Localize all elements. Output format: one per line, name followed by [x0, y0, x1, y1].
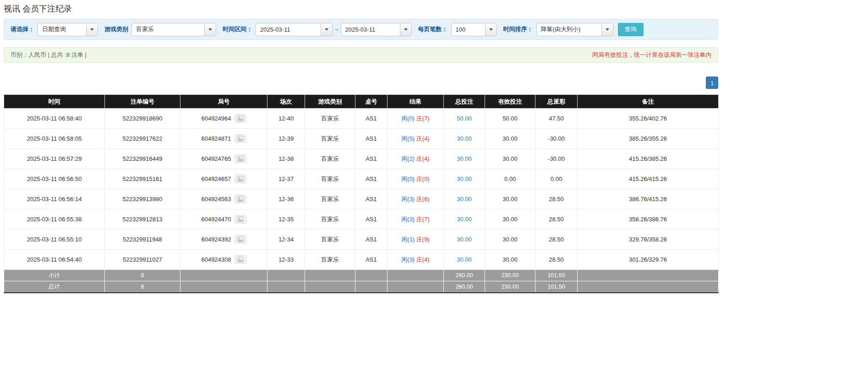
- date-to-combobox[interactable]: 2025-03-11: [341, 23, 412, 36]
- cell-total-bet: 30.00: [444, 189, 485, 209]
- result-banker: 庄(6): [416, 196, 430, 203]
- result-banker: 庄(7): [416, 216, 430, 223]
- pagination: 1: [4, 77, 718, 89]
- round-detail-button[interactable]: [235, 235, 246, 244]
- cell-valid-bet: 30.00: [485, 209, 535, 230]
- round-detail-button[interactable]: [235, 215, 246, 224]
- result-banker: 庄(4): [416, 135, 430, 142]
- total-bet-link[interactable]: 50.00: [457, 115, 472, 122]
- subtotal-empty-cell: [355, 270, 388, 281]
- table-row: 2025-03-11 06:54:40522329911027604924308…: [4, 250, 719, 270]
- cell-valid-bet: 0.00: [485, 169, 535, 189]
- cell-session: 12-38: [267, 149, 305, 169]
- picture-icon: [237, 115, 244, 121]
- total-bet-link[interactable]: 30.00: [457, 175, 472, 182]
- summary-notice: 同局有效投注，统一计算在该局第一张注单内: [592, 51, 711, 59]
- cell-table-no: AS1: [355, 109, 388, 129]
- caret-down-icon: [489, 28, 493, 31]
- search-button[interactable]: 查询: [618, 23, 644, 36]
- pagination-page-1[interactable]: 1: [706, 77, 718, 89]
- cell-game-type: 百家乐: [305, 129, 355, 149]
- chevron-down-icon[interactable]: [601, 23, 613, 36]
- game-type-combobox[interactable]: 百家乐: [131, 23, 216, 36]
- col-header-result: 结果: [388, 95, 444, 109]
- date-from-combobox[interactable]: 2025-03-11: [256, 23, 333, 36]
- cell-result: 闲(3) 庄(4): [388, 250, 444, 270]
- total-empty-cell: [180, 281, 267, 293]
- cell-result: 闲(3) 庄(6): [388, 189, 444, 209]
- result-player: 闲(0): [401, 115, 415, 122]
- table-header: 时间 注单编号 局号 场次 游戏类别 桌号 结果 总投注 有效投注 总派彩 备注: [4, 95, 719, 109]
- round-detail-button[interactable]: [235, 175, 246, 183]
- cell-session: 12-36: [267, 189, 305, 209]
- caret-down-icon: [208, 28, 212, 31]
- chevron-down-icon[interactable]: [204, 23, 216, 36]
- total-bet-link[interactable]: 30.00: [457, 236, 472, 243]
- cell-session: 12-39: [267, 129, 305, 149]
- col-header-payout: 总派彩: [535, 95, 578, 109]
- query-type-value: 日期查询: [38, 23, 86, 36]
- cell-result: 闲(0) 庄(0): [388, 169, 444, 189]
- result-banker: 庄(7): [416, 115, 430, 122]
- sort-order-combobox[interactable]: 降冪(由大到小): [536, 23, 613, 36]
- chevron-down-icon[interactable]: [400, 23, 411, 36]
- page-title: 视讯 会员下注纪录: [4, 3, 718, 14]
- sort-order-value: 降冪(由大到小): [537, 23, 601, 36]
- result-player: 闲(3): [401, 196, 415, 203]
- round-detail-button[interactable]: [235, 134, 246, 143]
- total-bet-link[interactable]: 30.00: [457, 196, 472, 203]
- col-header-round: 局号: [180, 95, 267, 109]
- result-player: 闲(2): [401, 155, 415, 162]
- chevron-down-icon[interactable]: [321, 23, 332, 36]
- cell-valid-bet: 30.00: [485, 189, 535, 209]
- cell-time: 2025-03-11 06:56:50: [4, 169, 105, 189]
- round-number: 604924871: [201, 135, 231, 142]
- cell-total-bet: 30.00: [444, 209, 485, 230]
- result-player: 闲(5): [401, 135, 415, 142]
- cell-game-type: 百家乐: [305, 250, 355, 270]
- cell-payout: 28.50: [535, 250, 578, 270]
- cell-round: 604924657: [180, 169, 267, 189]
- total-bet-link[interactable]: 30.00: [457, 155, 472, 162]
- table-row: 2025-03-11 06:56:50522329915161604924657…: [4, 169, 719, 189]
- cell-remark: 415.26/415.26: [578, 169, 719, 189]
- subtotal-empty-cell: [267, 270, 305, 281]
- cell-session: 12-35: [267, 209, 305, 230]
- round-detail-button[interactable]: [235, 195, 246, 203]
- chevron-down-icon[interactable]: [86, 23, 98, 36]
- round-detail-button[interactable]: [235, 114, 246, 123]
- cell-time: 2025-03-11 06:57:29: [4, 149, 105, 169]
- cell-table-no: AS1: [355, 149, 388, 169]
- query-type-label: 请选择：: [11, 25, 34, 33]
- cell-time: 2025-03-11 06:58:05: [4, 129, 105, 149]
- subtotal-valid-bet: 230.00: [485, 270, 535, 281]
- cell-round: 604924470: [180, 209, 267, 230]
- cell-bet-id: 522329911027: [105, 250, 180, 270]
- result-banker: 庄(4): [416, 155, 430, 162]
- cell-table-no: AS1: [355, 189, 388, 209]
- cell-valid-bet: 50.00: [485, 109, 535, 129]
- round-number: 604924392: [201, 236, 231, 243]
- total-payout: 101.50: [535, 281, 578, 293]
- cell-round: 604924964: [180, 109, 267, 129]
- col-header-table-no: 桌号: [355, 95, 388, 109]
- cell-payout: 28.50: [535, 230, 578, 250]
- col-header-time: 时间: [4, 95, 105, 109]
- query-type-combobox[interactable]: 日期查询: [38, 23, 98, 36]
- round-detail-button[interactable]: [235, 255, 246, 264]
- cell-result: 闲(3) 庄(7): [388, 209, 444, 230]
- page-size-value: 100: [452, 23, 485, 36]
- total-bet-link[interactable]: 30.00: [457, 256, 472, 263]
- cell-total-bet: 30.00: [444, 169, 485, 189]
- page-size-combobox[interactable]: 100: [451, 23, 497, 36]
- total-bet-link[interactable]: 30.00: [457, 216, 472, 223]
- cell-payout: 28.50: [535, 189, 578, 209]
- chevron-down-icon[interactable]: [485, 23, 497, 36]
- total-bet-link[interactable]: 30.00: [457, 135, 472, 142]
- date-range-separator: ~: [335, 26, 338, 33]
- total-empty-cell: [305, 281, 355, 293]
- cell-remark: 329.76/358.26: [578, 230, 719, 250]
- cell-bet-id: 522329913980: [105, 189, 180, 209]
- cell-remark: 385.26/355.26: [578, 129, 719, 149]
- round-detail-button[interactable]: [235, 154, 246, 163]
